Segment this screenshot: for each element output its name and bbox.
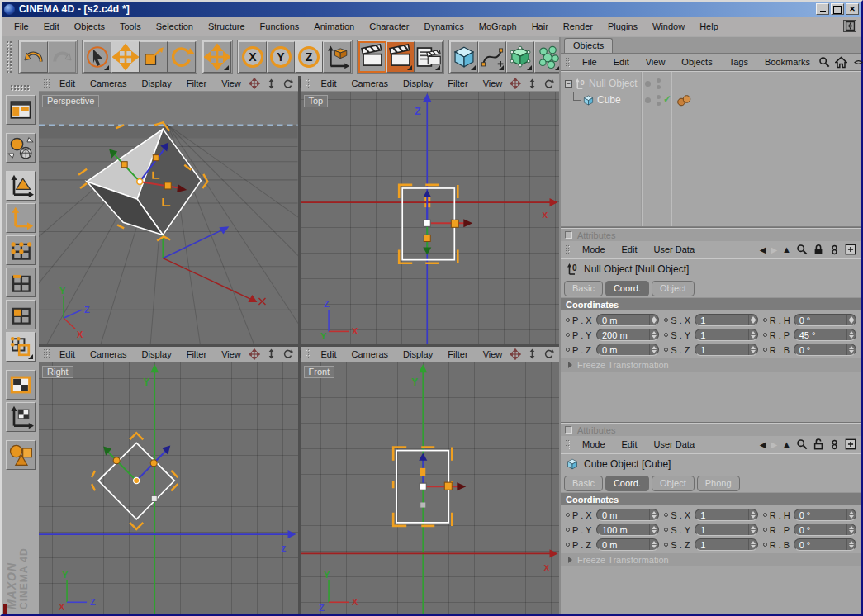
enable-dot[interactable] [645,81,651,87]
zoom-icon[interactable] [527,348,538,359]
object-library-button[interactable] [6,440,36,470]
value-input[interactable]: 0 ° [794,538,856,551]
key-dot-icon[interactable] [566,543,570,547]
object-axis-button[interactable] [6,203,36,233]
close-button[interactable]: ✕ [846,3,859,15]
tree-row-cube[interactable]: Cube ✓ [561,92,861,108]
objects-menu-item[interactable]: File [574,57,605,67]
spinner[interactable] [846,509,856,520]
attributes-menu-item[interactable]: Mode [574,244,614,254]
object-tree[interactable]: − Null Object Cube ✓ [561,72,861,227]
value-input[interactable]: 0 ° [794,344,856,356]
lock-y-button[interactable]: Y [267,41,295,73]
panel-grip[interactable] [565,439,571,450]
viewport-menu-item[interactable]: Cameras [344,349,396,359]
viewport-menu-item[interactable]: Cameras [344,78,396,88]
viewport-menu-item[interactable]: View [476,78,510,88]
spinner[interactable] [649,344,658,355]
spinner[interactable] [649,539,658,550]
undo-button[interactable] [20,41,48,73]
value-input[interactable]: 1 [695,524,757,536]
viewport-grip[interactable] [43,348,50,359]
tab-coord[interactable]: Coord. [605,476,649,491]
tab-object[interactable]: Object [652,281,695,296]
value-input[interactable]: 45 ° [794,329,856,341]
key-dot-icon[interactable] [763,348,767,352]
window-pin-icon[interactable] [843,20,856,32]
tab-object[interactable]: Object [652,476,695,491]
menu-item[interactable]: Tools [112,21,149,31]
menu-item[interactable]: Help [692,21,726,31]
spinner[interactable] [748,344,757,355]
toolbar-grip[interactable] [6,40,13,73]
key-dot-icon[interactable] [763,333,767,337]
value-input[interactable]: 0 ° [794,314,856,326]
viewport-menu-item[interactable]: View [214,349,249,359]
spinner[interactable] [649,524,658,535]
spinner[interactable] [649,509,658,520]
render-picture-viewer-button[interactable] [386,41,415,73]
value-input[interactable]: 1 [695,314,757,326]
add-panel-icon[interactable] [845,244,856,255]
value-input[interactable]: 200 m [596,329,659,341]
menu-item[interactable]: MoGraph [472,21,524,31]
coordinate-system-button[interactable] [323,41,351,73]
menu-item[interactable]: Edit [36,21,67,31]
viewport-menu-item[interactable]: Filter [179,78,214,88]
attributes-menu-item[interactable]: Mode [574,439,614,449]
key-dot-icon[interactable] [763,528,767,532]
value-input[interactable]: 0 m [596,314,659,326]
menu-item[interactable]: Character [362,21,416,31]
up-icon[interactable]: ▲ [782,439,791,449]
search-icon[interactable] [796,438,808,450]
spinner[interactable] [846,539,856,550]
spinner[interactable] [846,524,856,535]
attributes-menu-item[interactable]: User Data [646,244,704,254]
value-input[interactable]: 1 [695,538,757,551]
top-canvas[interactable]: Top Z x [301,92,560,344]
menu-item[interactable]: Window [645,21,692,31]
objects-menu-item[interactable]: Edit [605,57,638,67]
spinner[interactable] [649,315,658,325]
collapse-icon[interactable]: − [565,80,572,88]
menu-item[interactable]: File [7,21,36,31]
axis-move-button[interactable] [203,41,231,73]
menu-item[interactable]: Objects [67,21,112,31]
texture-axis-button[interactable] [6,402,36,432]
visibility-dots[interactable] [657,95,661,106]
key-dot-icon[interactable] [664,543,668,547]
render-settings-button[interactable] [415,41,443,73]
key-dot-icon[interactable] [763,513,767,517]
viewport-menu-item[interactable]: Edit [52,78,83,88]
key-dot-icon[interactable] [664,333,668,337]
viewport-menu-item[interactable]: Cameras [83,78,135,88]
redo-button[interactable] [48,41,76,73]
key-dot-icon[interactable] [566,333,570,337]
viewport-menu-item[interactable]: View [476,349,510,359]
object-name[interactable]: Null Object [589,78,638,89]
value-input[interactable]: 0 ° [794,509,856,521]
key-dot-icon[interactable] [566,513,570,517]
key-dot-icon[interactable] [763,318,767,322]
key-dot-icon[interactable] [566,528,570,532]
front-canvas[interactable]: Front Y x [301,362,560,615]
tree-row-null-object[interactable]: − Null Object [561,75,861,92]
key-dot-icon[interactable] [664,318,668,322]
value-input[interactable]: 1 [695,509,757,521]
back-icon[interactable]: ◀ [760,245,766,254]
search-icon[interactable] [796,244,808,255]
pan-icon[interactable] [510,348,521,360]
viewport-menu-item[interactable]: Edit [314,349,344,359]
rotate-view-icon[interactable] [543,78,554,89]
viewport-menu-item[interactable]: Filter [440,78,475,88]
objects-menu-item[interactable]: Tags [721,57,756,67]
visibility-dots[interactable] [657,78,661,89]
points-mode-button[interactable] [6,235,36,265]
live-selection-button[interactable] [83,41,111,73]
maximize-button[interactable] [831,3,844,15]
key-dot-icon[interactable] [763,543,767,547]
key-dot-icon[interactable] [566,318,570,322]
objects-menu-item[interactable]: View [638,57,674,67]
layout-button[interactable] [6,95,36,125]
right-canvas[interactable]: Right Y z [39,362,298,615]
